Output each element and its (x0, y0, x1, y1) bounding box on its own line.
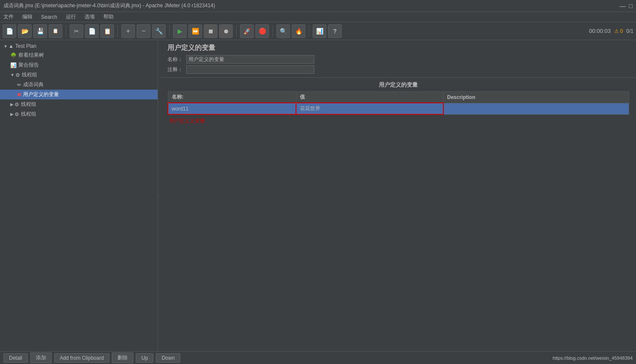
sidebar-item-label: 聚合报告 (18, 61, 39, 69)
results-tree-icon: 🌳 (10, 52, 17, 58)
warning-icon: ⚠ (614, 28, 619, 34)
toolbar-start-btn[interactable]: ▶ (173, 24, 187, 38)
sidebar-item-thread-group-1[interactable]: ▼ ⚙ 线程组 (0, 70, 158, 80)
main-layout: ▼ ▲ Test Plan 🌳 察看结果树 📊 聚合报告 ▼ ⚙ 线程组 ✏ 成… (0, 40, 636, 351)
toolbar-cut-btn[interactable]: ✂ (70, 24, 83, 38)
table-title: 用户定义的变量 (167, 81, 629, 89)
toolbar-paste-btn[interactable]: 📋 (100, 24, 114, 38)
toolbar-help-btn[interactable]: ? (328, 24, 342, 38)
toolbar-start-no-pause-btn[interactable]: ⏩ (188, 24, 202, 38)
toolbar-sep1 (66, 25, 66, 37)
sidebar-item-label: Test Plan (15, 43, 36, 49)
menu-item-帮助[interactable]: 帮助 (102, 12, 115, 21)
menu-item-Search[interactable]: Search (39, 13, 59, 21)
table-row[interactable]: word11花花世界 (168, 103, 629, 114)
comment-label: 注释： (167, 66, 183, 73)
toolbar-expand-btn[interactable]: + (121, 24, 135, 38)
toolbar-sep6 (309, 25, 309, 37)
delete-btn[interactable]: 删除 (112, 352, 133, 363)
tree-arrow: ▶ (10, 102, 14, 107)
col-name-header: 名称: (168, 92, 296, 103)
variables-table: 名称: 值 Description word11花花世界 (167, 91, 629, 115)
toolbar-save-btn[interactable]: 💾 (33, 24, 47, 38)
toolbar-sep3 (169, 25, 170, 37)
error-label: 用户定义义变量 (167, 117, 629, 125)
content-area: 用户定义的变量 名称： 注释： 用户定义的变量 名称: 值 Descriptio… (161, 40, 636, 351)
col-desc-header: Description (443, 92, 629, 103)
menu-bar: 文件编辑Search运行选项帮助 (0, 12, 636, 22)
sidebar-item-label: 成语词典 (23, 81, 44, 88)
toolbar-shutdown-btn[interactable]: ⏺ (219, 24, 233, 38)
toolbar-search-btn[interactable]: 🔍 (276, 24, 290, 38)
name-input[interactable] (186, 55, 314, 64)
sidebar: ▼ ▲ Test Plan 🌳 察看结果树 📊 聚合报告 ▼ ⚙ 线程组 ✏ 成… (0, 40, 158, 351)
panel-title: 用户定义的变量 (167, 44, 629, 52)
menu-item-文件[interactable]: 文件 (2, 12, 15, 21)
title-bar: 成语词典.jmx (E:\jmeter\apache-jmeter-4.0\bi… (0, 0, 636, 12)
add-clipboard-btn[interactable]: Add from Clipboard (54, 353, 109, 363)
tree-arrow: ▼ (10, 73, 15, 77)
thread-group2-icon: ⚙ (15, 102, 19, 108)
sidebar-item-user-vars[interactable]: ✖ 用户定义的变量 (0, 90, 158, 99)
up-btn[interactable]: Up (136, 353, 153, 363)
name-label: 名称： (167, 56, 183, 63)
sidebar-item-label: 线程组 (22, 71, 37, 79)
sidebar-item-thread-group-2[interactable]: ▶ ⚙ 线程组 (0, 99, 158, 109)
sidebar-item-idiom-dict[interactable]: ✏ 成语词典 (0, 80, 158, 90)
toolbar-remote-start-btn[interactable]: 🚀 (240, 24, 254, 38)
down-btn[interactable]: Down (156, 353, 180, 363)
menu-item-编辑[interactable]: 编辑 (21, 12, 34, 21)
panel-header: 用户定义的变量 名称： 注释： (161, 40, 636, 78)
toolbar-new-btn[interactable]: 📄 (3, 24, 16, 38)
tree-arrow: ▶ (10, 112, 14, 116)
sidebar-item-label: 线程组 (21, 111, 36, 118)
warning-badge: ⚠ 0 (614, 28, 623, 34)
toolbar-stop-btn[interactable]: ⏹ (204, 24, 217, 38)
sidebar-item-test-plan[interactable]: ▼ ▲ Test Plan (0, 42, 158, 50)
window-controls: — □ (620, 3, 633, 9)
sidebar-item-label: 用户定义的变量 (23, 91, 59, 98)
user-vars-icon: ✖ (17, 92, 21, 98)
menu-item-选项[interactable]: 选项 (83, 12, 97, 21)
sidebar-item-label: 察看结果树 (18, 52, 44, 59)
toolbar-toggle-btn[interactable]: 🔧 (152, 24, 166, 38)
comment-input[interactable] (186, 65, 314, 74)
error-counter: 0/1 (626, 28, 633, 34)
table-container: 用户定义的变量 名称: 值 Description word11花花世界 用户定… (161, 78, 636, 351)
maximize-btn[interactable]: □ (629, 3, 633, 9)
toolbar-clear-btn[interactable]: 🔥 (292, 24, 305, 38)
toolbar-sep4 (236, 25, 237, 37)
toolbar-remote-stop-btn[interactable]: 🛑 (255, 24, 269, 38)
sidebar-item-view-results[interactable]: 🌳 察看结果树 (0, 50, 158, 60)
toolbar-sep2 (117, 25, 118, 37)
window-title: 成语词典.jmx (E:\jmeter\apache-jmeter-4.0\bi… (3, 2, 215, 9)
toolbar-collapse-btn[interactable]: − (137, 24, 150, 38)
minimize-btn[interactable]: — (620, 3, 626, 9)
toolbar-copy-btn[interactable]: 📄 (85, 24, 99, 38)
cell-name: word11 (168, 103, 296, 114)
status-url: https://blog.csdn.net/weixin_45948394 (553, 355, 633, 361)
cell-description (443, 103, 629, 114)
name-row: 名称： (167, 55, 629, 64)
toolbar-save-as-btn[interactable]: 📋 (49, 24, 62, 38)
menu-item-运行[interactable]: 运行 (64, 12, 78, 21)
detail-btn[interactable]: Detail (3, 353, 28, 363)
add-btn[interactable]: 添加 (30, 352, 52, 363)
sidebar-item-aggregate[interactable]: 📊 聚合报告 (0, 60, 158, 70)
tree-arrow: ▼ (3, 44, 8, 49)
toolbar: 📄 📂 💾 📋 ✂ 📄 📋 + − 🔧 ▶ ⏩ ⏹ ⏺ 🚀 🛑 🔍 🔥 📊 ? … (0, 22, 636, 40)
col-value-header: 值 (296, 92, 443, 103)
test-plan-icon: ▲ (9, 43, 14, 49)
toolbar-open-btn[interactable]: 📂 (18, 24, 32, 38)
aggregate-icon: 📊 (10, 62, 17, 68)
toolbar-sep5 (273, 25, 273, 37)
bottom-bar: Detail 添加 Add from Clipboard 删除 Up Down … (0, 351, 636, 364)
sidebar-item-thread-group-3[interactable]: ▶ ⚙ 线程组 (0, 109, 158, 119)
toolbar-function-btn[interactable]: 📊 (313, 24, 326, 38)
timer-display: 00:00:03 ⚠ 0 0/1 (589, 28, 633, 34)
timer-value: 00:00:03 (589, 28, 611, 34)
idiom-icon: ✏ (17, 82, 21, 88)
warning-count: 0 (620, 28, 623, 34)
thread-group-icon: ⚙ (15, 72, 20, 78)
sidebar-item-label: 线程组 (21, 101, 36, 108)
